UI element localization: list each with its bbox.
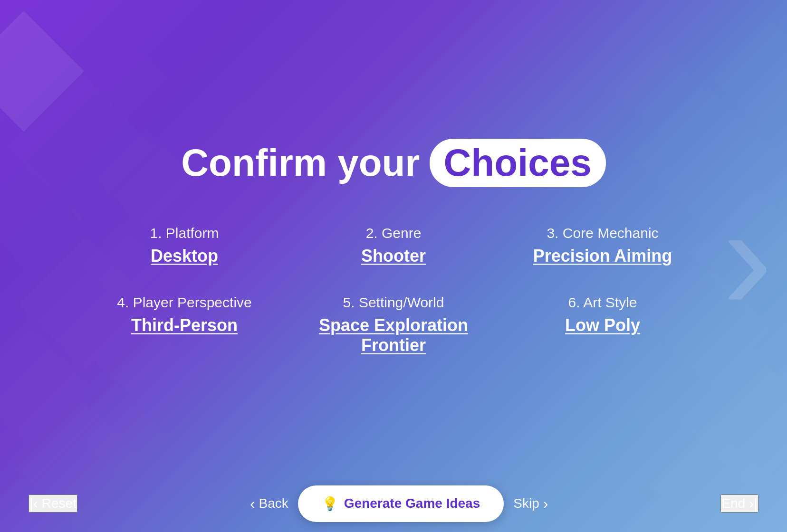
choice-genre: 2. Genre Shooter — [303, 225, 484, 266]
choice-platform: 1. Platform Desktop — [94, 225, 275, 266]
page-title: Confirm your Choices — [181, 139, 605, 187]
choice-4-number: 4. Player Perspective — [117, 294, 251, 311]
choice-art-style: 6. Art Style Low Poly — [512, 294, 693, 355]
choice-3-number: 3. Core Mechanic — [547, 225, 658, 241]
reset-label: Reset — [42, 496, 77, 511]
choice-6-value: Low Poly — [565, 315, 640, 335]
generate-label: Generate Game Ideas — [344, 496, 480, 511]
choice-core-mechanic: 3. Core Mechanic Precision Aiming — [512, 225, 693, 266]
choice-1-number: 1. Platform — [150, 225, 219, 241]
generate-button[interactable]: 💡 Generate Game Ideas — [298, 485, 504, 522]
end-section: End ›| — [713, 494, 758, 513]
choice-5-value: Space Exploration Frontier — [303, 315, 484, 355]
choice-1-value: Desktop — [151, 246, 218, 266]
choice-4-value: Third-Person — [131, 315, 238, 335]
back-label: Back — [259, 496, 288, 511]
choice-2-number: 2. Genre — [366, 225, 422, 241]
reset-section: |‹ Reset — [29, 494, 85, 513]
skip-chevron-icon: › — [543, 495, 548, 513]
main-content: Confirm your Choices 1. Platform Desktop… — [0, 139, 787, 355]
end-label: End — [721, 496, 745, 511]
choices-grid: 1. Platform Desktop 2. Genre Shooter 3. … — [94, 225, 693, 355]
reset-icon: |‹ — [29, 495, 38, 512]
choice-3-value: Precision Aiming — [533, 246, 672, 266]
choice-2-value: Shooter — [361, 246, 426, 266]
choice-setting: 5. Setting/World Space Exploration Front… — [303, 294, 484, 355]
center-nav: ‹ Back 💡 Generate Game Ideas Skip › — [250, 485, 548, 522]
reset-button[interactable]: |‹ Reset — [29, 494, 77, 513]
choice-5-number: 5. Setting/World — [343, 294, 444, 311]
back-chevron-icon: ‹ — [250, 495, 255, 513]
navigation-bar: |‹ Reset ‹ Back 💡 Generate Game Ideas Sk… — [0, 475, 787, 532]
skip-label: Skip — [513, 496, 539, 511]
choice-6-number: 6. Art Style — [568, 294, 637, 311]
title-highlight: Choices — [430, 139, 606, 187]
skip-button[interactable]: Skip › — [513, 495, 548, 513]
title-prefix: Confirm your — [181, 141, 420, 185]
end-icon: ›| — [749, 495, 758, 512]
back-button[interactable]: ‹ Back — [250, 495, 288, 513]
choice-player-perspective: 4. Player Perspective Third-Person — [94, 294, 275, 355]
end-button[interactable]: End ›| — [720, 494, 758, 513]
lightbulb-icon: 💡 — [322, 496, 338, 512]
